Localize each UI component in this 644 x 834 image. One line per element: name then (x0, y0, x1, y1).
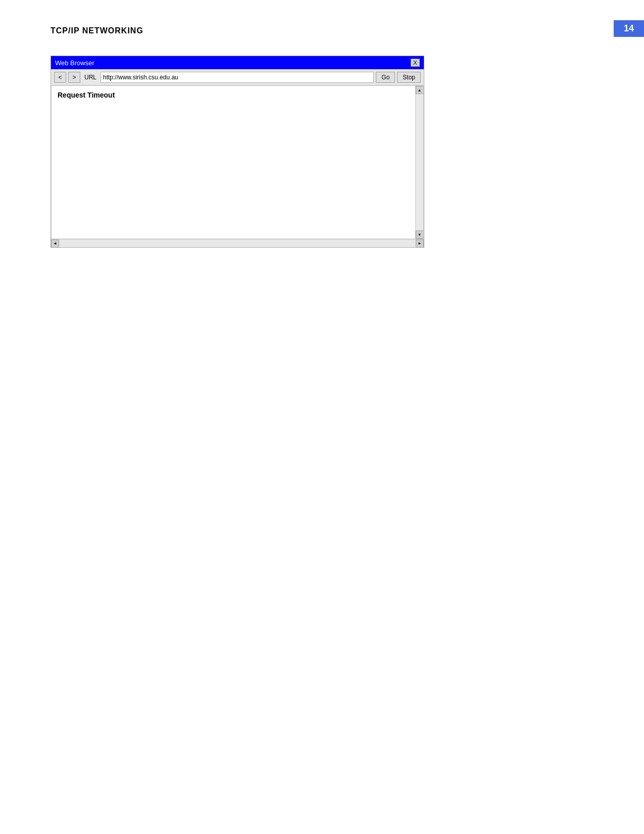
browser-titlebar: Web Browser X (51, 56, 424, 69)
browser-toolbar: < > URL Go Stop (51, 69, 424, 85)
browser-content-area: Request Timeout ▲ ▼ (51, 85, 424, 239)
browser-close-button[interactable]: X (411, 59, 420, 67)
stop-button[interactable]: Stop (397, 72, 421, 83)
scroll-down-arrow[interactable]: ▼ (416, 230, 424, 239)
scroll-left-arrow[interactable]: ◄ (51, 240, 59, 248)
scroll-up-arrow[interactable]: ▲ (416, 86, 424, 94)
url-input[interactable] (101, 72, 374, 83)
horizontal-scrollbar[interactable]: ◄ ► (51, 239, 424, 247)
page-title: TCP/IP NETWORKING (51, 26, 143, 35)
browser-title-text: Web Browser (55, 59, 94, 67)
url-label: URL (84, 74, 96, 81)
page-number-badge: 14 (614, 20, 644, 37)
scroll-right-arrow[interactable]: ► (416, 240, 424, 248)
browser-content-inner: Request Timeout (52, 86, 415, 239)
vertical-scrollbar[interactable]: ▲ ▼ (415, 86, 423, 239)
go-button[interactable]: Go (376, 72, 395, 83)
scroll-track (416, 94, 423, 230)
browser-forward-button[interactable]: > (68, 72, 80, 83)
browser-window: Web Browser X < > URL Go Stop Request Ti… (51, 56, 424, 248)
h-scroll-track (59, 240, 416, 247)
browser-back-button[interactable]: < (54, 72, 66, 83)
request-timeout-message: Request Timeout (58, 91, 409, 99)
